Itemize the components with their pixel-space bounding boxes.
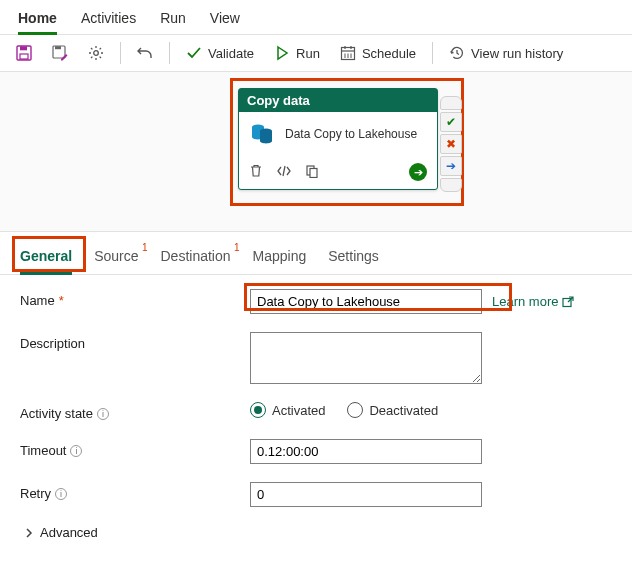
ribbon-tabs: Home Activities Run View: [0, 0, 632, 35]
tab-destination[interactable]: Destination1: [161, 244, 231, 274]
schedule-label: Schedule: [362, 46, 416, 61]
tab-activities[interactable]: Activities: [81, 4, 136, 34]
advanced-label: Advanced: [40, 525, 98, 540]
toolbar-separator: [169, 42, 170, 64]
node-footer: ➔: [239, 157, 437, 189]
activity-node-copy-data[interactable]: Copy data Data Copy to Lakehouse ➔: [238, 88, 438, 190]
tab-general[interactable]: General: [20, 244, 72, 274]
save-icon: [16, 45, 32, 61]
connector-fail[interactable]: ✖: [440, 134, 462, 154]
connector-success[interactable]: ✔: [440, 112, 462, 132]
error-badge: 1: [234, 242, 240, 253]
required-indicator: *: [59, 293, 64, 308]
validate-button[interactable]: Validate: [180, 41, 260, 65]
history-button[interactable]: View run history: [443, 41, 569, 65]
radio-dot-icon: [347, 402, 363, 418]
settings-button[interactable]: [82, 41, 110, 65]
radio-dot-icon: [250, 402, 266, 418]
play-icon: [274, 45, 290, 61]
properties-tabs: General Source1 Destination1 Mapping Set…: [0, 232, 632, 275]
description-input[interactable]: [250, 332, 482, 384]
radio-activated-label: Activated: [272, 403, 325, 418]
error-badge: 1: [142, 242, 148, 253]
copy-icon[interactable]: [305, 164, 319, 181]
tab-source-label: Source: [94, 248, 138, 264]
undo-icon: [137, 45, 153, 61]
svg-rect-2: [20, 54, 28, 59]
run-node-button[interactable]: ➔: [409, 163, 427, 181]
tab-view[interactable]: View: [210, 4, 240, 34]
run-label: Run: [296, 46, 320, 61]
external-link-icon: [562, 296, 574, 308]
validate-label: Validate: [208, 46, 254, 61]
info-icon[interactable]: i: [97, 408, 109, 420]
connector-top[interactable]: [440, 96, 462, 110]
timeout-input[interactable]: [250, 439, 482, 464]
node-title: Data Copy to Lakehouse: [285, 127, 417, 142]
toolbar: Validate Run Schedule View run history: [0, 35, 632, 72]
node-header: Copy data: [239, 89, 437, 112]
chevron-right-icon: [24, 528, 34, 538]
gear-icon: [88, 45, 104, 61]
svg-rect-4: [55, 46, 61, 49]
save-edit-icon: [52, 45, 68, 61]
radio-deactivated-label: Deactivated: [369, 403, 438, 418]
save-button[interactable]: [10, 41, 38, 65]
name-input[interactable]: [250, 289, 482, 314]
learn-more-link[interactable]: Learn more: [492, 294, 574, 309]
svg-rect-1: [20, 46, 27, 50]
calendar-icon: [340, 45, 356, 61]
info-icon[interactable]: i: [70, 445, 82, 457]
undo-button[interactable]: [131, 41, 159, 65]
pipeline-canvas[interactable]: Copy data Data Copy to Lakehouse ➔ ✔ ✖ ➔: [0, 72, 632, 232]
history-icon: [449, 45, 465, 61]
retry-label: Retry i: [20, 482, 250, 501]
node-connectors: ✔ ✖ ➔: [440, 96, 462, 192]
tab-home[interactable]: Home: [18, 4, 57, 34]
toolbar-separator: [120, 42, 121, 64]
tab-source[interactable]: Source1: [94, 244, 138, 274]
schedule-button[interactable]: Schedule: [334, 41, 422, 65]
info-icon[interactable]: i: [55, 488, 67, 500]
delete-icon[interactable]: [249, 164, 263, 181]
history-label: View run history: [471, 46, 563, 61]
svg-rect-16: [310, 168, 317, 177]
connector-bottom[interactable]: [440, 178, 462, 192]
tab-destination-label: Destination: [161, 248, 231, 264]
database-icon: [249, 120, 275, 149]
toolbar-separator: [432, 42, 433, 64]
tab-settings[interactable]: Settings: [328, 244, 379, 274]
code-icon[interactable]: [277, 164, 291, 181]
retry-input[interactable]: [250, 482, 482, 507]
tab-mapping[interactable]: Mapping: [253, 244, 307, 274]
radio-activated[interactable]: Activated: [250, 402, 325, 418]
tab-run[interactable]: Run: [160, 4, 186, 34]
advanced-toggle[interactable]: Advanced: [20, 525, 612, 540]
check-icon: [186, 45, 202, 61]
save-as-button[interactable]: [46, 41, 74, 65]
svg-point-5: [94, 51, 99, 56]
run-button[interactable]: Run: [268, 41, 326, 65]
description-label: Description: [20, 332, 250, 351]
connector-completion[interactable]: ➔: [440, 156, 462, 176]
general-form: Name * Learn more Description Activity s…: [0, 275, 632, 550]
radio-deactivated[interactable]: Deactivated: [347, 402, 438, 418]
name-label: Name *: [20, 289, 250, 308]
timeout-label: Timeout i: [20, 439, 250, 458]
node-body: Data Copy to Lakehouse: [239, 112, 437, 157]
activity-state-label: Activity state i: [20, 402, 250, 421]
